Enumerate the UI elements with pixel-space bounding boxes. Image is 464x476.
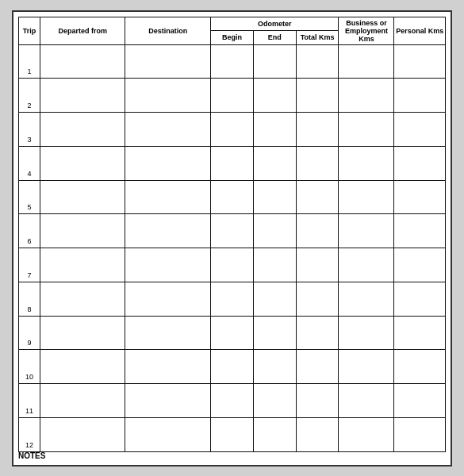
data-cell <box>296 44 339 79</box>
data-cell <box>211 146 254 180</box>
trip-number: 1 <box>19 44 40 79</box>
data-cell <box>253 180 296 214</box>
data-cell <box>296 350 339 384</box>
data-cell <box>339 417 394 451</box>
data-cell <box>211 79 254 113</box>
col-destination-header: Destination <box>125 17 211 44</box>
data-cell <box>253 316 296 350</box>
trip-log-table: Trip Departed from Destination Odometer … <box>18 17 446 448</box>
data-cell <box>339 282 394 316</box>
data-cell <box>125 248 211 282</box>
data-cell <box>40 180 125 214</box>
data-cell <box>296 384 339 418</box>
table-row: 2 <box>19 79 446 113</box>
data-cell <box>339 248 394 282</box>
data-cell <box>394 417 446 451</box>
data-cell <box>394 79 446 113</box>
trip-number: 7 <box>19 248 40 282</box>
data-cell <box>125 44 211 79</box>
data-cell <box>40 214 125 248</box>
data-cell <box>211 214 254 248</box>
data-cell <box>40 417 125 451</box>
col-end-header: End <box>253 31 296 45</box>
trip-number: 9 <box>19 316 40 350</box>
data-cell <box>125 214 211 248</box>
table-row: 12 <box>19 417 446 451</box>
data-cell <box>211 248 254 282</box>
data-cell <box>339 214 394 248</box>
col-departed-header: Departed from <box>40 17 125 44</box>
data-cell <box>394 350 446 384</box>
data-cell <box>125 146 211 180</box>
trip-number: 12 <box>19 417 40 451</box>
data-cell <box>253 79 296 113</box>
data-cell <box>211 384 254 418</box>
data-cell <box>125 350 211 384</box>
trip-number: 3 <box>19 113 40 147</box>
data-cell <box>394 248 446 282</box>
data-cell <box>125 79 211 113</box>
data-cell <box>253 384 296 418</box>
trip-rows: 123456789101112 <box>19 44 446 451</box>
data-cell <box>211 350 254 384</box>
data-cell <box>339 113 394 147</box>
data-cell <box>339 350 394 384</box>
data-cell <box>40 350 125 384</box>
table-row: 4 <box>19 146 446 180</box>
data-cell <box>296 282 339 316</box>
table-row: 5 <box>19 180 446 214</box>
data-cell <box>339 44 394 79</box>
data-cell <box>253 248 296 282</box>
data-cell <box>125 180 211 214</box>
data-cell <box>40 384 125 418</box>
data-cell <box>253 282 296 316</box>
data-cell <box>40 79 125 113</box>
col-trip-header: Trip <box>19 17 40 44</box>
data-cell <box>394 282 446 316</box>
data-cell <box>339 180 394 214</box>
table-row: 8 <box>19 282 446 316</box>
col-total-header: Total Kms <box>296 31 339 45</box>
table-row: 11 <box>19 384 446 418</box>
data-cell <box>394 384 446 418</box>
data-cell <box>253 214 296 248</box>
data-cell <box>125 316 211 350</box>
data-cell <box>125 113 211 147</box>
data-cell <box>394 214 446 248</box>
trip-number: 6 <box>19 214 40 248</box>
trip-number: 5 <box>19 180 40 214</box>
data-cell <box>296 316 339 350</box>
data-cell <box>211 44 254 79</box>
data-cell <box>253 417 296 451</box>
data-cell <box>125 282 211 316</box>
data-cell <box>211 180 254 214</box>
table-row: 6 <box>19 214 446 248</box>
data-cell <box>211 113 254 147</box>
data-cell <box>125 417 211 451</box>
data-cell <box>296 417 339 451</box>
data-cell <box>339 384 394 418</box>
data-cell <box>211 282 254 316</box>
data-cell <box>125 384 211 418</box>
data-cell <box>339 316 394 350</box>
odometer-header: Odometer <box>211 17 339 31</box>
trip-number: 8 <box>19 282 40 316</box>
data-cell <box>253 350 296 384</box>
header-row-1: Trip Departed from Destination Odometer … <box>19 17 446 31</box>
data-cell <box>339 79 394 113</box>
data-cell <box>394 44 446 79</box>
data-cell <box>40 146 125 180</box>
table-row: 3 <box>19 113 446 147</box>
data-cell <box>296 248 339 282</box>
data-cell <box>394 146 446 180</box>
table-row: 1 <box>19 44 446 79</box>
data-cell <box>40 282 125 316</box>
data-cell <box>296 180 339 214</box>
table-row: 7 <box>19 248 446 282</box>
data-cell <box>253 113 296 147</box>
data-cell <box>211 316 254 350</box>
data-cell <box>40 44 125 79</box>
data-cell <box>40 248 125 282</box>
col-personal-header: Personal Kms <box>394 17 446 44</box>
trip-number: 4 <box>19 146 40 180</box>
